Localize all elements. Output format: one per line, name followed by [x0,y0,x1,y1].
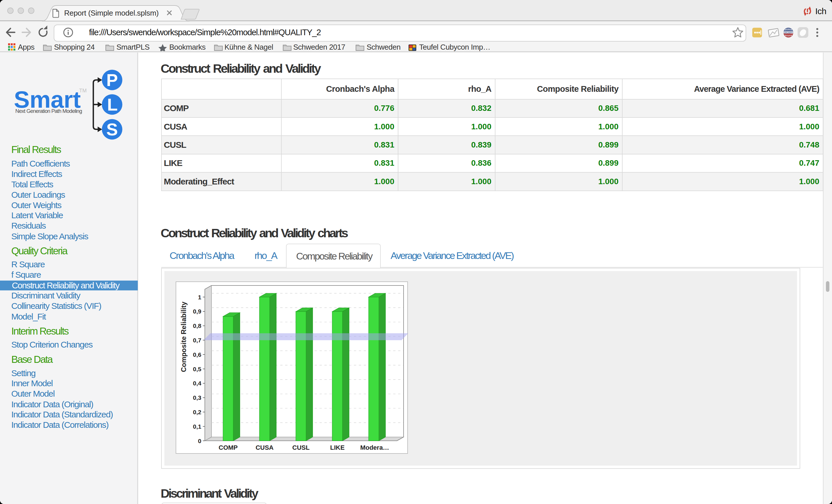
svg-text:0,1: 0,1 [193,423,202,429]
svg-text:L: L [107,95,118,114]
svg-text:0,8: 0,8 [193,323,202,329]
svg-text:0: 0 [198,437,201,444]
svg-text:0,3: 0,3 [193,394,201,401]
svg-text:1: 1 [198,293,201,300]
svg-text:S: S [106,120,118,139]
svg-text:0,9: 0,9 [193,308,201,315]
svg-text:0,5: 0,5 [193,365,202,372]
svg-text:P: P [106,71,118,90]
svg-text:Next Generation Path Modeling: Next Generation Path Modeling [15,108,82,114]
svg-text:CUSA: CUSA [256,444,274,451]
svg-text:0,4: 0,4 [193,380,202,387]
svg-text:CUSL: CUSL [292,444,310,451]
svg-text:Modera…: Modera… [360,444,389,451]
svg-text:0,2: 0,2 [193,409,201,415]
svg-text:LIKE: LIKE [330,444,345,451]
svg-text:0,6: 0,6 [193,351,201,358]
svg-text:Composite Reliability: Composite Reliability [180,301,187,372]
svg-text:TM: TM [79,88,87,93]
svg-text:COMP: COMP [219,444,238,451]
svg-text:DRUMPF: DRUMPF [784,31,793,34]
svg-text:0,7: 0,7 [193,337,201,343]
